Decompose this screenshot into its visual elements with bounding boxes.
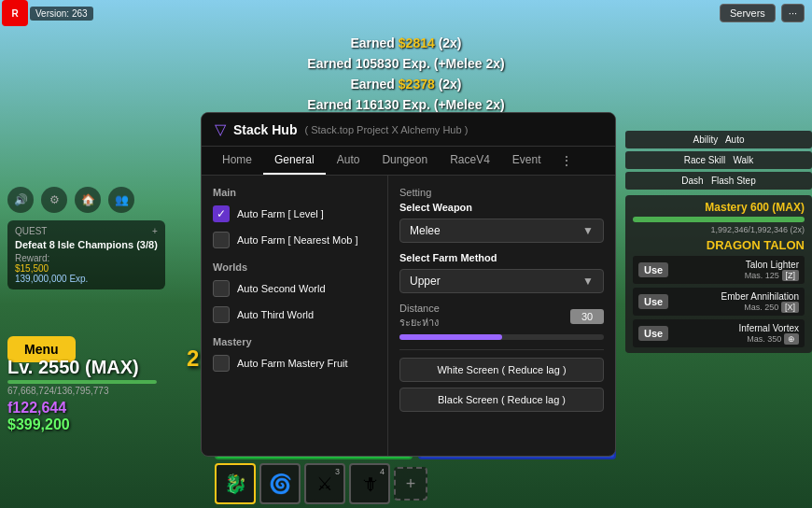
earned-messages: Earned $2814 (2x) Earned 105830 Exp. (+M… xyxy=(0,33,812,115)
weapon-dropdown[interactable]: Melee ▼ xyxy=(399,219,604,243)
currency-line-1: f122,644 xyxy=(7,400,70,416)
ability-button[interactable]: Ability Auto xyxy=(625,131,812,148)
auto-farm-level-label: Auto Farm [ Level ] xyxy=(237,208,324,219)
right-panel: Ability Auto Race Skill Walk Dash Flash … xyxy=(625,131,812,353)
weapon-dropdown-arrow: ▼ xyxy=(582,224,594,237)
distance-label: Distance xyxy=(399,303,440,314)
auto-farm-nearest-row: Auto Farm [ Nearest Mob ] xyxy=(213,232,376,248)
level-display: Lv. 2550 (MAX) 67,668,724/136,795,773 xyxy=(7,357,157,396)
bottom-item-bar: 🐉 🌀 3 ⚔ 4 🗡 + xyxy=(215,463,427,504)
stack-hub-modal: ▽ Stack Hub ( Stack.top Project X Alchem… xyxy=(201,112,616,457)
auto-farm-level-row: ✓ Auto Farm [ Level ] xyxy=(213,205,376,222)
distance-slider-fill xyxy=(399,334,502,340)
item-slot-1[interactable]: 🐉 xyxy=(215,463,256,504)
top-right-buttons: Servers ··· xyxy=(720,4,805,22)
top-bar: R Version: 263 Servers ··· xyxy=(0,0,812,26)
item-icon-4: 🗡 xyxy=(360,473,379,495)
distance-sub: ระยะห่าง xyxy=(399,314,440,331)
item-slot-3[interactable]: 3 ⚔ xyxy=(304,463,345,504)
mastery-sub: 1,992,346/1,992,346 (2x) xyxy=(633,225,805,234)
auto-second-world-checkbox[interactable] xyxy=(213,280,230,297)
mastery-bar xyxy=(633,217,805,222)
use-btn-3[interactable]: Use xyxy=(638,326,668,341)
modal-tabs: Home General Auto Dungeon RaceV4 Event ⋮ xyxy=(202,147,615,176)
tab-racev4[interactable]: RaceV4 xyxy=(439,147,501,175)
farm-method-dropdown[interactable]: Upper ▼ xyxy=(399,269,604,293)
home-icon[interactable]: 🏠 xyxy=(75,187,101,213)
white-screen-button[interactable]: White Screen ( Reduce lag ) xyxy=(399,358,604,382)
modal-title: Stack Hub xyxy=(233,122,297,137)
modal-header: ▽ Stack Hub ( Stack.top Project X Alchem… xyxy=(202,113,615,147)
use-info-2: Ember Annihilation Mas. 250 [X] xyxy=(721,291,799,312)
icon-row: 🔊 ⚙ 🏠 👥 xyxy=(7,187,165,213)
divider xyxy=(399,349,604,350)
setting-label: Setting xyxy=(399,187,604,198)
dragon-title: DRAGON TALON xyxy=(633,238,805,252)
farm-method-arrow: ▼ xyxy=(582,275,594,288)
badge-2: 2 xyxy=(187,346,199,372)
add-item-button[interactable]: + xyxy=(394,467,427,501)
servers-button[interactable]: Servers xyxy=(720,4,776,22)
tab-general[interactable]: General xyxy=(263,147,326,175)
auto-farm-mastery-row: Auto Farm Mastery Fruit xyxy=(213,355,376,372)
distance-slider[interactable] xyxy=(399,334,604,340)
use-btn-2[interactable]: Use xyxy=(638,294,668,309)
modal-subtitle: ( Stack.top Project X Alchemy Hub ) xyxy=(304,124,468,135)
mastery-section: Mastery Auto Farm Mastery Fruit xyxy=(213,336,376,372)
dash-button[interactable]: Dash Flash Step xyxy=(625,172,812,190)
level-sub: 67,668,724/136,795,773 xyxy=(7,386,157,396)
tab-home[interactable]: Home xyxy=(211,147,263,175)
use-row-3: Use Infernal Vortex Mas. 350 ⊕ xyxy=(633,319,805,347)
auto-third-world-row: Auto Third World xyxy=(213,306,376,323)
race-skill-button[interactable]: Race Skill Walk xyxy=(625,151,812,169)
auto-farm-mastery-checkbox[interactable] xyxy=(213,355,230,372)
level-bar xyxy=(7,380,157,384)
farm-method-label: Select Farm Method xyxy=(399,252,604,263)
earned-line-3: Earned $2378 (2x) xyxy=(0,74,812,94)
level-text: Lv. 2550 (MAX) xyxy=(7,357,157,378)
item-icon-3: ⚔ xyxy=(316,473,333,495)
item-icon-1: 🐉 xyxy=(224,473,247,495)
left-panel: 🔊 ⚙ 🏠 👥 QUEST + Defeat 8 Isle Champions … xyxy=(7,187,165,289)
quest-name: Defeat 8 Isle Champions (3/8) xyxy=(15,239,158,250)
auto-farm-nearest-checkbox[interactable] xyxy=(213,232,230,248)
auto-farm-mastery-label: Auto Farm Mastery Fruit xyxy=(237,358,348,369)
auto-second-world-label: Auto Second World xyxy=(237,283,326,294)
mastery-title: Mastery 600 (MAX) xyxy=(633,201,805,214)
use-info-1: Talon Lighter Mas. 125 [Z] xyxy=(745,260,799,280)
modal-logo: ▽ xyxy=(215,120,226,138)
black-screen-button[interactable]: Black Screen ( Reduce lag ) xyxy=(399,388,604,412)
mastery-bar-fill xyxy=(633,217,805,222)
currency-display: f122,644 $399,200 xyxy=(7,400,70,433)
main-section-label: Main xyxy=(213,187,376,198)
earned-line-2: Earned 105830 Exp. (+Melee 2x) xyxy=(0,53,812,74)
use-row-1: Use Talon Lighter Mas. 125 [Z] xyxy=(633,256,805,284)
item-slot-4[interactable]: 4 🗡 xyxy=(349,463,390,504)
quest-box: QUEST + Defeat 8 Isle Champions (3/8) Re… xyxy=(7,220,165,289)
level-bar-fill xyxy=(7,380,157,384)
tab-auto[interactable]: Auto xyxy=(326,147,371,175)
auto-third-world-label: Auto Third World xyxy=(237,309,314,320)
use-row-2: Use Ember Annihilation Mas. 250 [X] xyxy=(633,288,805,316)
distance-value: 30 xyxy=(570,309,604,324)
auto-farm-level-checkbox[interactable]: ✓ xyxy=(213,205,230,222)
quest-title: QUEST + xyxy=(15,226,158,236)
tab-more[interactable]: ⋮ xyxy=(553,147,581,175)
auto-third-world-checkbox[interactable] xyxy=(213,306,230,323)
earned-line-1: Earned $2814 (2x) xyxy=(0,33,812,53)
use-btn-1[interactable]: Use xyxy=(638,262,668,277)
modal-right-panel: Setting Select Weapon Melee ▼ Select Far… xyxy=(388,176,615,456)
sound-icon[interactable]: 🔊 xyxy=(7,187,34,213)
tab-dungeon[interactable]: Dungeon xyxy=(371,147,439,175)
item-slot-2[interactable]: 🌀 xyxy=(259,463,301,504)
use-info-3: Infernal Vortex Mas. 350 ⊕ xyxy=(739,323,799,344)
quest-reward: Reward: $15,500 139,000,000 Exp. xyxy=(15,253,158,284)
worlds-section: Worlds Auto Second World Auto Third Worl… xyxy=(213,261,376,323)
modal-body: Main ✓ Auto Farm [ Level ] Auto Farm [ N… xyxy=(202,176,615,456)
farm-method-value: Upper xyxy=(410,275,441,288)
tab-event[interactable]: Event xyxy=(501,147,553,175)
select-weapon-label: Select Weapon xyxy=(399,202,604,213)
settings-icon[interactable]: ⚙ xyxy=(41,187,67,213)
more-options-button[interactable]: ··· xyxy=(781,4,805,22)
friends-icon[interactable]: 👥 xyxy=(108,187,134,213)
